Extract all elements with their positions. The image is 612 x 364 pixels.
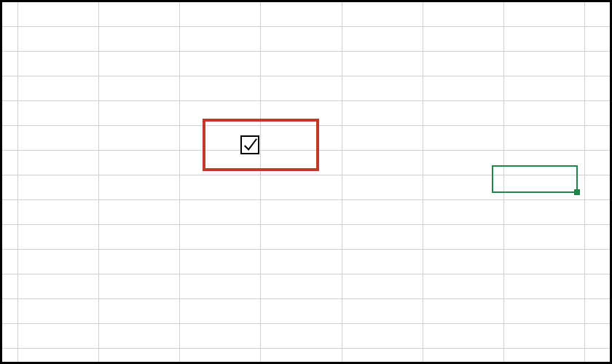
grid-cell[interactable] [423,349,504,364]
grid-cell[interactable] [99,274,180,299]
grid-cell[interactable] [99,349,180,364]
grid-cell[interactable] [18,126,99,151]
fill-handle[interactable] [574,189,580,195]
grid-cell[interactable] [261,2,342,27]
grid-cell[interactable] [504,200,585,225]
grid-cell[interactable] [18,324,99,349]
grid-cell[interactable] [423,175,504,200]
grid-cell[interactable] [423,299,504,324]
grid-cell[interactable] [342,27,423,52]
grid-cell[interactable] [423,126,504,151]
grid-cell[interactable] [423,76,504,101]
grid-cell[interactable] [99,76,180,101]
grid-cell[interactable] [18,200,99,225]
grid-cell[interactable] [585,76,610,101]
grid-cell[interactable] [2,101,18,126]
grid-cell[interactable] [342,200,423,225]
grid-cell[interactable] [585,27,610,52]
grid-cell[interactable] [2,274,18,299]
grid-cell[interactable] [2,299,18,324]
grid-cell[interactable] [504,2,585,27]
grid-cell[interactable] [585,52,610,76]
grid-cell[interactable] [585,349,610,364]
grid-cell[interactable] [342,52,423,76]
spreadsheet-grid[interactable] [2,2,610,362]
grid-cell[interactable] [2,349,18,364]
grid-cell[interactable] [180,27,261,52]
grid-cell[interactable] [180,225,261,250]
grid-cell[interactable] [342,126,423,151]
grid-cell[interactable] [504,274,585,299]
grid-cell[interactable] [585,101,610,126]
grid-cell[interactable] [585,2,610,27]
grid-cell[interactable] [2,225,18,250]
grid-cell[interactable] [585,250,610,274]
grid-cell[interactable] [423,250,504,274]
grid-cell[interactable] [423,274,504,299]
grid-cell[interactable] [261,299,342,324]
grid-cell[interactable] [342,225,423,250]
grid-cell[interactable] [342,175,423,200]
grid-cell[interactable] [342,250,423,274]
grid-cell[interactable] [423,225,504,250]
grid-cell[interactable] [261,175,342,200]
grid-cell[interactable] [180,76,261,101]
grid-cell[interactable] [99,299,180,324]
grid-cell[interactable] [180,52,261,76]
grid-cell[interactable] [261,52,342,76]
grid-cell[interactable] [2,76,18,101]
grid-cell[interactable] [180,274,261,299]
form-checkbox[interactable] [240,135,259,154]
grid-cell[interactable] [423,2,504,27]
grid-cell[interactable] [342,349,423,364]
grid-cell[interactable] [342,324,423,349]
grid-cell[interactable] [99,151,180,175]
grid-cell[interactable] [261,324,342,349]
grid-cell[interactable] [99,225,180,250]
grid-cell[interactable] [180,200,261,225]
grid-cell[interactable] [585,200,610,225]
grid-cell[interactable] [18,250,99,274]
grid-cell[interactable] [342,299,423,324]
grid-cell[interactable] [261,76,342,101]
grid-cell[interactable] [504,175,585,200]
grid-cell[interactable] [18,27,99,52]
grid-cell[interactable] [2,126,18,151]
grid-cell[interactable] [180,299,261,324]
grid-cell[interactable] [261,349,342,364]
grid-cell[interactable] [261,200,342,225]
grid-cell[interactable] [99,2,180,27]
grid-cell[interactable] [99,324,180,349]
grid-cell[interactable] [99,200,180,225]
grid-cell[interactable] [180,324,261,349]
grid-cell[interactable] [423,52,504,76]
grid-cell[interactable] [342,101,423,126]
grid-cell[interactable] [2,250,18,274]
grid-cell[interactable] [504,250,585,274]
grid-cell[interactable] [2,324,18,349]
grid-cell[interactable] [423,200,504,225]
grid-cell[interactable] [342,151,423,175]
grid-cell[interactable] [2,200,18,225]
grid-cell[interactable] [180,2,261,27]
grid-cell[interactable] [504,126,585,151]
grid-cell[interactable] [18,2,99,27]
grid-cell[interactable] [2,151,18,175]
grid-cell[interactable] [2,2,18,27]
grid-cell[interactable] [504,151,585,175]
grid-cell[interactable] [261,225,342,250]
grid-cell[interactable] [504,324,585,349]
grid-cell[interactable] [180,349,261,364]
grid-cell[interactable] [504,101,585,126]
grid-cell[interactable] [585,126,610,151]
grid-cell[interactable] [423,101,504,126]
grid-cell[interactable] [342,274,423,299]
grid-cell[interactable] [18,225,99,250]
grid-cell[interactable] [18,151,99,175]
grid-cell[interactable] [261,27,342,52]
grid-cell[interactable] [585,324,610,349]
grid-cell[interactable] [423,151,504,175]
grid-cell[interactable] [261,250,342,274]
grid-cell[interactable] [18,175,99,200]
grid-cell[interactable] [99,27,180,52]
